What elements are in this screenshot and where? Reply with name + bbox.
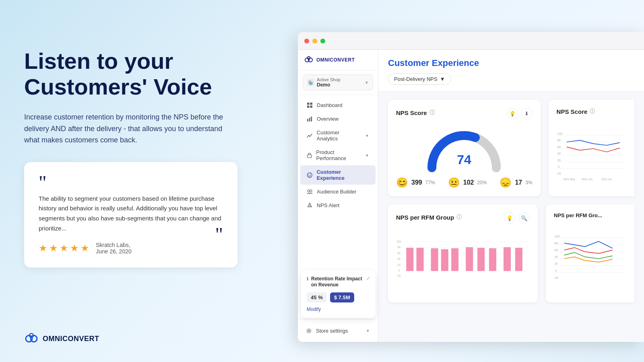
brand: OMNICONVERT: [304, 56, 355, 64]
shop-selector[interactable]: 🏪 Active Shop Demo ▼: [303, 74, 373, 90]
sidebar-item-customer-experience[interactable]: Customer Experience: [300, 165, 376, 185]
svg-rect-11: [309, 118, 310, 121]
app-window: OMNICONVERT 🏪 Active Shop Demo ▼: [298, 32, 644, 342]
nps-line-header: NPS Score ⓘ: [557, 108, 626, 117]
svg-text:60: 60: [555, 248, 558, 252]
svg-text:0: 0: [558, 165, 559, 169]
filter-chevron: ▼: [440, 76, 445, 82]
quote-footer: ★ ★ ★ ★ ★ Skratch Labs, June 26, 2020: [39, 242, 223, 255]
svg-rect-6: [307, 103, 310, 105]
close-button[interactable]: [304, 39, 309, 43]
experience-icon: [307, 172, 313, 178]
sidebar-item-nps-alert[interactable]: NPS Alert: [300, 199, 376, 212]
svg-text:40: 40: [555, 255, 558, 259]
nps-download-btn[interactable]: ⬇: [521, 108, 533, 119]
svg-rect-52: [406, 248, 413, 271]
charts-row-1: NPS Score ⓘ 💡 ⬇: [388, 100, 634, 196]
overview-icon: [307, 116, 313, 122]
sidebar-item-audience-builder[interactable]: Audience Builder: [300, 185, 376, 198]
grid-icon: [307, 102, 313, 108]
svg-rect-13: [308, 154, 312, 157]
sidebar-footer: Store settings ▼: [298, 319, 378, 342]
promoters-emoji: 😊: [396, 177, 408, 188]
quote-text: The ability to segment your customers ba…: [39, 194, 223, 234]
rfm-search-btn[interactable]: 🔍: [518, 212, 530, 224]
svg-text:40: 40: [398, 257, 401, 260]
svg-point-17: [308, 190, 310, 192]
svg-text:-20: -20: [397, 274, 401, 277]
sidebar-item-store-settings[interactable]: Store settings ▼: [301, 325, 375, 337]
charts-area: NPS Score ⓘ 💡 ⬇: [378, 92, 644, 319]
window-content: OMNICONVERT 🏪 Active Shop Demo ▼: [298, 50, 644, 342]
svg-rect-10: [307, 119, 308, 122]
svg-text:0: 0: [555, 269, 557, 273]
svg-rect-12: [311, 117, 312, 121]
rfm-bar-chart: 100 80 60 40 20 0 -20: [396, 230, 530, 294]
svg-point-1: [31, 335, 37, 342]
window-titlebar: [298, 32, 644, 50]
sidebar-label-product-performance: Product Performance: [316, 149, 361, 161]
svg-rect-8: [307, 105, 310, 108]
modify-link[interactable]: Modify: [307, 306, 370, 312]
expand-icon[interactable]: ⤢: [366, 276, 370, 281]
star-5: ★: [80, 243, 89, 254]
passives-pct: 20%: [477, 180, 487, 185]
nps-score-card: NPS Score ⓘ 💡 ⬇: [388, 100, 541, 196]
detractors: 😞 17 3%: [500, 177, 532, 188]
brand-name: OMNICONVERT: [316, 57, 355, 63]
product-icon: [307, 152, 312, 158]
quote-author: Skratch Labs, June 26, 2020: [96, 242, 132, 255]
rfm-line-chart-card: NPS per RFM Gro... 100: [546, 204, 634, 302]
page-title: Customer Experience: [388, 58, 634, 68]
gauge-chart: 74: [424, 125, 504, 174]
retention-header: ℹ Retention Rate Impact on Revenue ⤢: [307, 276, 370, 288]
nps-line-chart-card: NPS Score ⓘ: [549, 100, 634, 196]
passives: 😐 102 20%: [448, 177, 487, 188]
sub-text: Increase customer retention by monitorin…: [24, 111, 233, 146]
charts-row-2: NPS per RFM Group ⓘ 💡 🔍 100: [388, 204, 634, 302]
retention-pct: 45 %: [307, 292, 327, 302]
passives-emoji: 😐: [448, 177, 460, 188]
svg-text:100: 100: [557, 132, 562, 136]
main-content: Customer Experience Post-Delivery NPS ▼: [378, 50, 644, 342]
shop-info: Active Shop Demo: [317, 77, 341, 88]
svg-point-18: [310, 190, 312, 192]
main-heading: Listen to your Customers' Voice: [24, 48, 258, 100]
filter-button[interactable]: Post-Delivery NPS ▼: [388, 73, 451, 85]
nps-card-title: NPS Score ⓘ: [396, 109, 435, 116]
svg-rect-56: [451, 248, 458, 271]
rfm-light-btn[interactable]: 💡: [504, 212, 515, 224]
svg-rect-60: [504, 247, 511, 271]
promoters-pct: 77%: [425, 180, 435, 185]
sidebar-item-dashboard[interactable]: Dashboard: [300, 99, 376, 112]
svg-text:-20: -20: [557, 172, 561, 175]
sentiment-row: 😊 399 77% 😐 102 20% 😞: [396, 177, 533, 188]
retention-values: 45 % $ 7.5M: [307, 292, 370, 302]
nps-line-info: ⓘ: [590, 108, 595, 115]
sidebar-item-product-performance[interactable]: Product Performance ▼: [300, 146, 376, 165]
maximize-button[interactable]: [320, 39, 325, 43]
svg-point-20: [310, 206, 310, 207]
svg-text:2021 Jul: 2021 Jul: [601, 178, 611, 181]
audience-icon: [307, 189, 313, 195]
brand-icon: [304, 56, 313, 64]
analytics-chevron: ▼: [365, 134, 369, 138]
svg-text:40: 40: [557, 152, 560, 155]
omniconvert-logo-icon: [24, 331, 39, 346]
sidebar-label-nps-alert: NPS Alert: [317, 202, 339, 208]
rfm-info-icon: ⓘ: [456, 214, 462, 221]
rfm-card-header: NPS per RFM Group ⓘ 💡 🔍: [396, 212, 530, 224]
nps-light-btn[interactable]: 💡: [507, 108, 518, 119]
rfm-line-chart: 100 80 60 40 20 0 -20: [554, 226, 626, 291]
minimize-button[interactable]: [312, 39, 317, 43]
alert-icon: [307, 202, 313, 208]
svg-rect-55: [441, 249, 448, 271]
svg-text:20: 20: [398, 263, 401, 266]
rfm-bar-chart-card: NPS per RFM Group ⓘ 💡 🔍 100: [388, 204, 538, 302]
nps-line-svg: 100 80 60 40 20 0 -20: [557, 123, 626, 187]
sidebar-item-customer-analytics[interactable]: Customer Analytics ▼: [300, 126, 376, 145]
sidebar-item-overview[interactable]: Overview: [300, 112, 376, 125]
retention-title: Retention Rate Impact on Revenue: [311, 276, 364, 288]
svg-text:100: 100: [555, 234, 560, 238]
svg-point-16: [310, 174, 311, 175]
